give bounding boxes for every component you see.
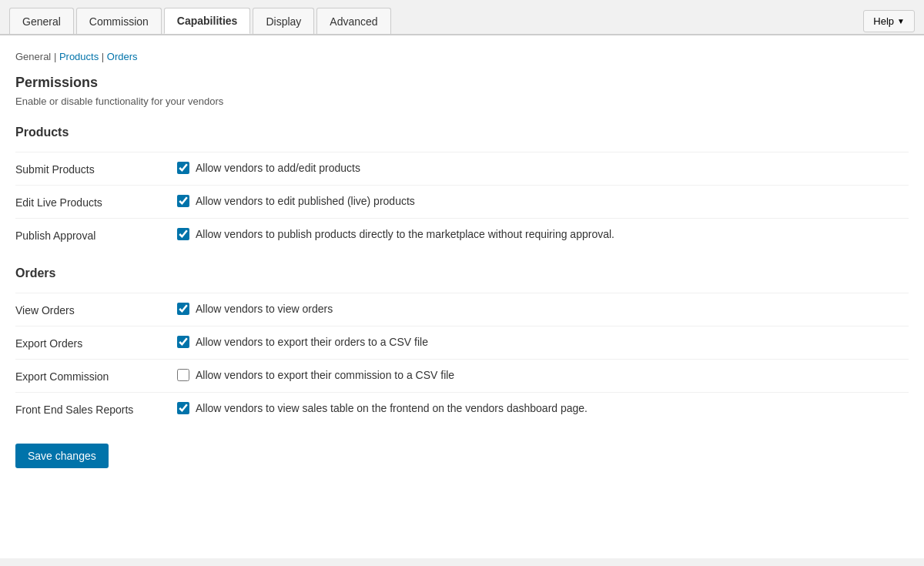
setting-desc-front-end-sales-reports: Allow vendors to view sales table on the…	[196, 402, 588, 414]
setting-label-edit-live-products: Edit Live Products	[15, 195, 177, 209]
checkbox-view-orders[interactable]	[177, 303, 189, 315]
checkbox-submit-products[interactable]	[177, 162, 189, 174]
setting-control-edit-live-products: Allow vendors to edit published (live) p…	[177, 195, 909, 207]
table-row: Submit ProductsAllow vendors to add/edit…	[15, 152, 909, 185]
checkbox-publish-approval[interactable]	[177, 228, 189, 240]
orders-section-title: Orders	[15, 266, 909, 280]
table-row: Front End Sales ReportsAllow vendors to …	[15, 392, 909, 425]
setting-desc-export-orders: Allow vendors to export their orders to …	[196, 336, 428, 348]
orders-section: Orders View OrdersAllow vendors to view …	[15, 266, 909, 425]
setting-desc-edit-live-products: Allow vendors to edit published (live) p…	[196, 195, 415, 207]
table-row: Publish ApprovalAllow vendors to publish…	[15, 218, 909, 251]
save-changes-button[interactable]: Save changes	[15, 444, 109, 468]
checkbox-edit-live-products[interactable]	[177, 195, 189, 207]
tab-display[interactable]: Display	[253, 8, 314, 34]
products-section-title: Products	[15, 126, 909, 139]
setting-label-view-orders: View Orders	[15, 303, 177, 316]
table-row: Edit Live ProductsAllow vendors to edit …	[15, 185, 909, 218]
breadcrumb-separator2: |	[102, 51, 107, 62]
tab-advanced[interactable]: Advanced	[316, 8, 390, 34]
checkbox-export-orders[interactable]	[177, 336, 189, 348]
permissions-title: Permissions	[15, 75, 909, 91]
products-settings: Submit ProductsAllow vendors to add/edit…	[15, 152, 909, 251]
table-row: Export OrdersAllow vendors to export the…	[15, 326, 909, 359]
setting-control-export-orders: Allow vendors to export their orders to …	[177, 336, 909, 348]
setting-label-submit-products: Submit Products	[15, 162, 177, 176]
checkbox-export-commission[interactable]	[177, 369, 189, 381]
breadcrumb-products-link[interactable]: Products	[59, 51, 99, 62]
chevron-down-icon: ▼	[897, 17, 905, 25]
help-button[interactable]: Help ▼	[863, 10, 915, 32]
top-bar: GeneralCommissionCapabilitiesDisplayAdva…	[0, 0, 924, 35]
setting-control-publish-approval: Allow vendors to publish products direct…	[177, 228, 909, 240]
tab-capabilities[interactable]: Capabilities	[164, 8, 251, 34]
table-row: Export CommissionAllow vendors to export…	[15, 359, 909, 392]
breadcrumb: General | Products | Orders	[15, 51, 909, 62]
setting-label-export-orders: Export Orders	[15, 336, 177, 350]
permissions-description: Enable or disable functionality for your…	[15, 95, 909, 107]
breadcrumb-separator: |	[54, 51, 59, 62]
setting-control-export-commission: Allow vendors to export their commission…	[177, 369, 909, 381]
setting-desc-view-orders: Allow vendors to view orders	[196, 303, 333, 315]
tab-commission[interactable]: Commission	[76, 8, 162, 34]
setting-control-view-orders: Allow vendors to view orders	[177, 303, 909, 315]
setting-desc-export-commission: Allow vendors to export their commission…	[196, 369, 454, 381]
main-content: General | Products | Orders Permissions …	[0, 35, 924, 558]
breadcrumb-base: General	[15, 51, 51, 62]
setting-desc-publish-approval: Allow vendors to publish products direct…	[196, 228, 614, 240]
setting-control-front-end-sales-reports: Allow vendors to view sales table on the…	[177, 402, 909, 414]
setting-label-front-end-sales-reports: Front End Sales Reports	[15, 402, 177, 416]
setting-control-submit-products: Allow vendors to add/edit products	[177, 162, 909, 174]
setting-label-publish-approval: Publish Approval	[15, 228, 177, 242]
orders-settings: View OrdersAllow vendors to view ordersE…	[15, 293, 909, 425]
tab-bar: GeneralCommissionCapabilitiesDisplayAdva…	[9, 8, 393, 34]
help-label: Help	[873, 15, 894, 27]
checkbox-front-end-sales-reports[interactable]	[177, 402, 189, 414]
setting-desc-submit-products: Allow vendors to add/edit products	[196, 162, 360, 174]
setting-label-export-commission: Export Commission	[15, 369, 177, 383]
breadcrumb-orders-link[interactable]: Orders	[107, 51, 138, 62]
table-row: View OrdersAllow vendors to view orders	[15, 293, 909, 326]
tab-general[interactable]: General	[9, 8, 74, 34]
